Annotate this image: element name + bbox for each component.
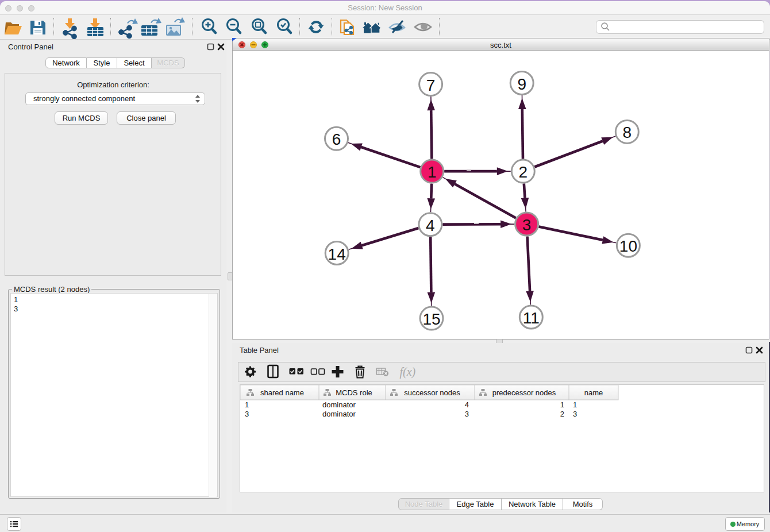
svg-text:f(x): f(x) — [400, 365, 416, 379]
svg-text:3: 3 — [573, 410, 577, 418]
svg-text:successor nodes: successor nodes — [404, 388, 460, 397]
svg-text:dominator: dominator — [322, 400, 356, 409]
svg-text:2: 2 — [518, 163, 528, 181]
svg-text:shared name: shared name — [260, 388, 304, 397]
svg-text:7: 7 — [426, 76, 435, 94]
svg-text:3: 3 — [522, 216, 531, 234]
svg-text:4: 4 — [465, 400, 469, 409]
svg-text:3: 3 — [465, 410, 469, 418]
svg-text:4: 4 — [426, 217, 435, 234]
svg-text:1: 1 — [573, 400, 577, 409]
svg-text:2: 2 — [560, 410, 564, 418]
svg-text:3: 3 — [245, 410, 249, 418]
svg-text:6: 6 — [332, 130, 341, 148]
svg-text:11: 11 — [522, 309, 539, 327]
svg-text:1: 1 — [427, 163, 436, 181]
svg-text:1: 1 — [245, 400, 249, 409]
svg-text:MCDS role: MCDS role — [336, 388, 372, 397]
svg-text:name: name — [584, 388, 603, 397]
svg-text:15: 15 — [422, 310, 440, 328]
svg-text:predecessor nodes: predecessor nodes — [492, 388, 556, 397]
svg-text:1: 1 — [560, 400, 564, 409]
svg-text:dominator: dominator — [322, 410, 356, 418]
svg-text:9: 9 — [517, 75, 526, 93]
svg-text:8: 8 — [622, 124, 632, 141]
svg-text:14: 14 — [328, 245, 345, 263]
svg-text:10: 10 — [619, 237, 637, 255]
